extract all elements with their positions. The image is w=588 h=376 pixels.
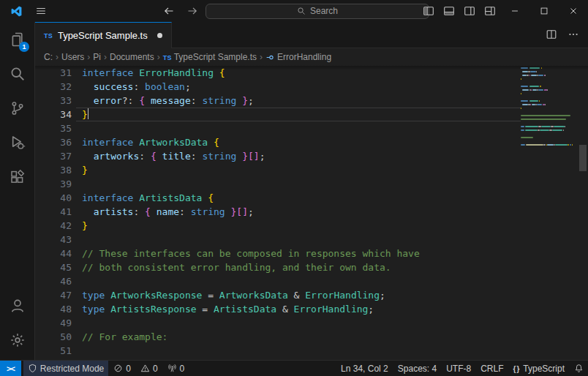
status-restricted-mode[interactable]: Restricted Mode	[23, 361, 108, 376]
code-text	[82, 177, 521, 191]
status-language[interactable]: {}TypeScript	[509, 361, 570, 376]
line-number[interactable]: 50	[35, 330, 72, 344]
status-encoding[interactable]: UTF-8	[442, 361, 475, 376]
customize-layout-icon[interactable]	[480, 1, 500, 20]
tab-typescript-sample[interactable]: TS TypeScript Sample.ts	[35, 22, 172, 48]
code-line[interactable]: 41 artists: { name: string }[];	[35, 205, 521, 219]
code-line[interactable]: 43	[35, 233, 521, 247]
status-bar: ><Restricted Mode000 Ln 34, Col 2Spaces:…	[0, 360, 588, 376]
toggle-panel-icon[interactable]	[439, 1, 459, 20]
forward-arrow-icon[interactable]	[182, 1, 203, 20]
code-line[interactable]: 44// These interfaces can be composed in…	[35, 247, 521, 260]
gear-icon	[10, 332, 26, 348]
code-line[interactable]: 37 artworks: { title: string }[];	[35, 149, 521, 163]
code-line[interactable]: 38}	[35, 163, 521, 177]
breadcrumb-item[interactable]: Documents	[110, 52, 154, 62]
line-number[interactable]: 38	[35, 163, 72, 177]
line-number[interactable]: 31	[35, 66, 72, 80]
code-text: interface ErrorHandling {	[82, 66, 521, 80]
line-number[interactable]: 47	[35, 288, 72, 302]
code-text: }	[82, 219, 521, 233]
code-line[interactable]: 45// both consistent error handling, and…	[35, 260, 521, 274]
code-line[interactable]: 46	[35, 274, 521, 288]
line-number[interactable]: 33	[35, 94, 72, 108]
line-number[interactable]: 32	[35, 80, 72, 94]
code-line[interactable]: 34}	[35, 108, 521, 121]
main-area: 1 TS TypeScript Sample.ts	[0, 22, 588, 360]
warning-icon	[140, 364, 150, 373]
code-line[interactable]: 49	[35, 316, 521, 330]
line-number[interactable]: 51	[35, 344, 72, 358]
minimize-button[interactable]	[500, 0, 529, 22]
split-editor-icon[interactable]	[541, 25, 562, 44]
code-line[interactable]: 40interface ArtistsData {	[35, 191, 521, 205]
more-actions-icon[interactable]	[563, 25, 584, 44]
activity-explorer[interactable]: 1	[0, 22, 34, 56]
line-number[interactable]: 43	[35, 233, 72, 247]
line-number[interactable]: 41	[35, 205, 72, 219]
line-number[interactable]: 40	[35, 191, 72, 205]
status-errors[interactable]: 0	[109, 361, 135, 376]
back-arrow-icon[interactable]	[159, 1, 179, 20]
status-notifications[interactable]	[570, 361, 588, 376]
activity-source-control[interactable]	[0, 91, 34, 125]
code-editor[interactable]: 31interface ErrorHandling {32 success: b…	[35, 66, 588, 360]
breadcrumb-item-label: Users	[61, 52, 84, 62]
activity-settings[interactable]	[0, 323, 34, 357]
line-number[interactable]: 44	[35, 247, 72, 260]
line-number[interactable]: 45	[35, 260, 72, 274]
activity-extensions[interactable]	[0, 159, 34, 194]
breadcrumb-item[interactable]: ErrorHandling	[265, 52, 331, 62]
code-line[interactable]: 48type ArtistsResponse = ArtistsData & E…	[35, 302, 521, 316]
code-line[interactable]: 31interface ErrorHandling {	[35, 66, 521, 80]
code-line[interactable]: 33 error?: { message: string };	[35, 94, 521, 108]
breadcrumb-item[interactable]: Users	[61, 52, 84, 62]
search-input[interactable]: Search	[206, 4, 429, 19]
activity-run-debug[interactable]	[0, 125, 34, 159]
code-line[interactable]: 47type ArtworksResponse = ArtworksData &…	[35, 288, 521, 302]
code-line[interactable]: 39	[35, 177, 521, 191]
code-text	[82, 316, 521, 330]
activity-search[interactable]	[0, 56, 34, 91]
breadcrumb-item[interactable]: C:	[44, 52, 53, 62]
line-number[interactable]: 49	[35, 316, 72, 330]
scrollbar-thumb[interactable]	[579, 145, 587, 171]
editor-scrollbar[interactable]	[578, 66, 588, 360]
maximize-button[interactable]	[529, 0, 559, 22]
activity-accounts[interactable]	[0, 288, 34, 323]
line-number[interactable]: 34	[35, 108, 72, 121]
status-cursor-position[interactable]: Ln 34, Col 2	[336, 361, 393, 376]
line-number[interactable]: 48	[35, 302, 72, 316]
code-line[interactable]: 50// For example:	[35, 330, 521, 344]
status-ports-label: 0	[180, 364, 185, 374]
breadcrumb-separator: ›	[260, 52, 263, 62]
toggle-secondary-sidebar-icon[interactable]	[459, 1, 480, 20]
code-line[interactable]: 32 success: boolean;	[35, 80, 521, 94]
code-text: artworks: { title: string }[];	[82, 149, 521, 163]
line-number[interactable]: 36	[35, 135, 72, 149]
status-eol[interactable]: CRLF	[476, 361, 508, 376]
toggle-sidebar-icon[interactable]	[418, 1, 439, 20]
code-text: const handleArtistsResponse = (response:…	[82, 358, 521, 360]
status-indentation[interactable]: Spaces: 4	[393, 361, 441, 376]
code-line[interactable]: 35	[35, 121, 521, 135]
code-line[interactable]: 42}	[35, 219, 521, 233]
line-number[interactable]: 39	[35, 177, 72, 191]
breadcrumb-item[interactable]: Pi	[93, 52, 101, 62]
line-number[interactable]: 46	[35, 274, 72, 288]
code-text: error?: { message: string };	[82, 94, 521, 108]
status-remote[interactable]: ><	[0, 361, 21, 376]
minimap[interactable]	[521, 66, 578, 360]
breadcrumb-item[interactable]: TSTypeScript Sample.ts	[163, 52, 257, 62]
menu-icon[interactable]	[31, 1, 51, 20]
status-ports[interactable]: 0	[163, 361, 189, 376]
close-button[interactable]	[559, 0, 588, 22]
code-line[interactable]: 51	[35, 344, 521, 358]
code-line[interactable]: 36interface ArtworksData {	[35, 135, 521, 149]
line-number[interactable]: 52	[35, 358, 72, 360]
line-number[interactable]: 35	[35, 121, 72, 135]
code-line[interactable]: 52const handleArtistsResponse = (respons…	[35, 358, 521, 360]
status-warnings[interactable]: 0	[136, 361, 162, 376]
line-number[interactable]: 42	[35, 219, 72, 233]
line-number[interactable]: 37	[35, 149, 72, 163]
